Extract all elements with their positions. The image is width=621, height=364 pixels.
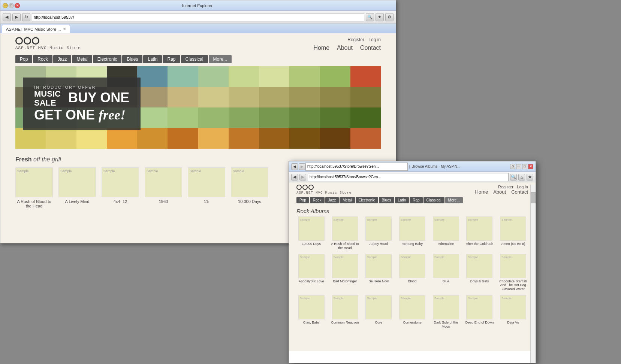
genre-latin-2[interactable]: Latin (395, 197, 409, 203)
scrollbar-2[interactable] (530, 185, 536, 363)
settings-icon[interactable]: ⚙ (385, 13, 394, 21)
bookmark-icon[interactable]: ★ (376, 13, 384, 21)
album-cell-10: Sample Blood (397, 254, 427, 291)
back-button[interactable]: ◀ (3, 13, 11, 21)
genre-blues-2[interactable]: Blues (379, 197, 394, 203)
forward-button[interactable]: ▶ (12, 13, 21, 21)
banner-buy-one: BUY ONE (68, 90, 129, 105)
album-cell-thumb-13[interactable]: Sample (500, 254, 526, 278)
album-cell-thumb-2[interactable]: Sample (365, 216, 392, 241)
address-bar-2[interactable] (305, 163, 408, 171)
auth-links-2: Register Log in (475, 185, 528, 189)
album-cell-thumb-15[interactable]: Sample (332, 295, 358, 319)
album-cell-name-12: Boys & Girls (465, 279, 495, 283)
refresh-button[interactable]: ↻ (22, 13, 30, 21)
back-button-2[interactable]: ◀ (291, 163, 298, 170)
genre-bar-1: Pop Rock Jazz Metal Electronic Blues Lat… (0, 55, 396, 66)
genre-classical-1[interactable]: Classical (181, 55, 208, 63)
genre-metal-2[interactable]: Metal (340, 197, 355, 203)
album-cell-name-3: Achtung Baby (397, 242, 427, 246)
album-cell-thumb-0[interactable]: Sample (298, 216, 325, 241)
album-thumb-4[interactable]: Sample (188, 167, 225, 197)
album-thumb-label-4: Sample (190, 169, 201, 173)
register-link-1[interactable]: Register (347, 37, 364, 42)
logo-c1-2 (296, 185, 302, 190)
album-cell-name-5: After the Goldrush (465, 242, 495, 246)
album-thumb-2[interactable]: Sample (102, 167, 139, 197)
album-cell-name-11: Blue (431, 279, 461, 283)
fwd-btn-2[interactable]: ▶ (299, 174, 306, 181)
album-thumb-0[interactable]: Sample (15, 167, 53, 197)
restore-button-2[interactable]: □ (522, 164, 527, 169)
album-thumb-5[interactable]: Sample (231, 167, 268, 197)
genre-electronic-1[interactable]: Electronic (93, 55, 122, 63)
genre-more-1[interactable]: More... (209, 55, 232, 63)
genre-blues-1[interactable]: Blues (122, 55, 142, 63)
genre-jazz-1[interactable]: Jazz (53, 55, 72, 63)
album-cell-name-7: Apocalyptic Love (296, 279, 326, 283)
nav-about-1[interactable]: About (337, 45, 353, 51)
url-bar-2[interactable] (308, 173, 509, 181)
search-icon[interactable]: 🔍 (366, 13, 374, 21)
genre-electronic-2[interactable]: Electronic (356, 197, 378, 203)
album-cell-15: Sample Common Reaction (330, 295, 360, 329)
genre-rock-2[interactable]: Rock (310, 197, 325, 203)
album-cell-thumb-5[interactable]: Sample (466, 216, 492, 241)
genre-pop-2[interactable]: Pop (296, 197, 309, 203)
nav-home-1[interactable]: Home (313, 45, 329, 51)
album-cell-thumb-12[interactable]: Sample (466, 254, 492, 278)
login-link-2[interactable]: Log in (517, 185, 528, 189)
album-cell-thumb-4[interactable]: Sample (433, 216, 459, 241)
album-cell-thumb-11[interactable]: Sample (433, 254, 459, 278)
star-icon-2[interactable]: ★ (527, 174, 533, 181)
album-cell-thumb-20[interactable]: Sample (500, 295, 526, 319)
album-thumb-1[interactable]: Sample (58, 167, 96, 197)
forward-button-2[interactable]: ▶ (299, 163, 305, 170)
scrollbar-thumb-2[interactable] (531, 192, 536, 203)
home-icon-2[interactable]: ⌂ (518, 174, 525, 181)
album-cell-thumb-3[interactable]: Sample (399, 216, 425, 241)
genre-pop-1[interactable]: Pop (15, 55, 32, 63)
genre-rap-1[interactable]: Rap (163, 55, 180, 63)
album-cell-thumb-18[interactable]: Sample (433, 295, 459, 319)
genre-rock-1[interactable]: Rock (33, 55, 52, 63)
tab-close-1[interactable]: ✕ (63, 27, 66, 31)
album-title-2: 4x4=12 (102, 199, 139, 204)
album-cell-thumb-16[interactable]: Sample (365, 295, 392, 319)
album-cell-thumb-9[interactable]: Sample (365, 254, 392, 278)
login-link-1[interactable]: Log in (368, 37, 381, 42)
window-controls-2: ◀ ▶ (291, 163, 305, 170)
album-cell-thumb-6[interactable]: Sample (500, 216, 526, 241)
genre-latin-1[interactable]: Latin (143, 55, 162, 63)
search-icon-2[interactable]: 🔍 (510, 174, 517, 181)
genre-more-2[interactable]: More... (445, 197, 463, 203)
album-cell-1: Sample A Rush of Blood to the Head (330, 216, 360, 250)
nav-about-2[interactable]: About (493, 189, 506, 195)
settings-icon-2[interactable]: ⚙ (510, 164, 515, 169)
nav-contact-2[interactable]: Contact (511, 189, 528, 195)
album-cell-name-14: Ciao, Baby (296, 321, 326, 325)
register-link-2[interactable]: Register (498, 185, 513, 189)
album-cell-name-19: Deep End of Down (465, 321, 495, 325)
genre-metal-1[interactable]: Metal (72, 55, 92, 63)
album-cell-thumb-7[interactable]: Sample (298, 254, 325, 278)
album-cell-thumb-8[interactable]: Sample (332, 254, 358, 278)
close-button-2[interactable]: ✕ (528, 164, 533, 169)
album-thumb-3[interactable]: Sample (145, 167, 182, 197)
site2-nav: Home About Contact (475, 189, 528, 195)
album-cell-thumb-19[interactable]: Sample (466, 295, 492, 319)
rock-albums-title: Rock Albums (289, 206, 536, 216)
album-cell-thumb-14[interactable]: Sample (298, 295, 325, 319)
genre-jazz-2[interactable]: Jazz (325, 197, 339, 203)
address-bar-1[interactable] (32, 13, 364, 21)
back-btn-2[interactable]: ◀ (291, 174, 298, 181)
album-cell-thumb-10[interactable]: Sample (399, 254, 425, 278)
genre-rap-2[interactable]: Rap (410, 197, 422, 203)
album-cell-thumb-1[interactable]: Sample (332, 216, 358, 241)
genre-classical-2[interactable]: Classical (423, 197, 444, 203)
tab-1[interactable]: ASP.NET MVC Music Store ... ✕ (2, 25, 70, 33)
album-cell-thumb-17[interactable]: Sample (399, 295, 425, 319)
minimize-button-2[interactable]: — (516, 164, 521, 169)
nav-contact-1[interactable]: Contact (360, 45, 381, 51)
nav-home-2[interactable]: Home (475, 189, 488, 195)
